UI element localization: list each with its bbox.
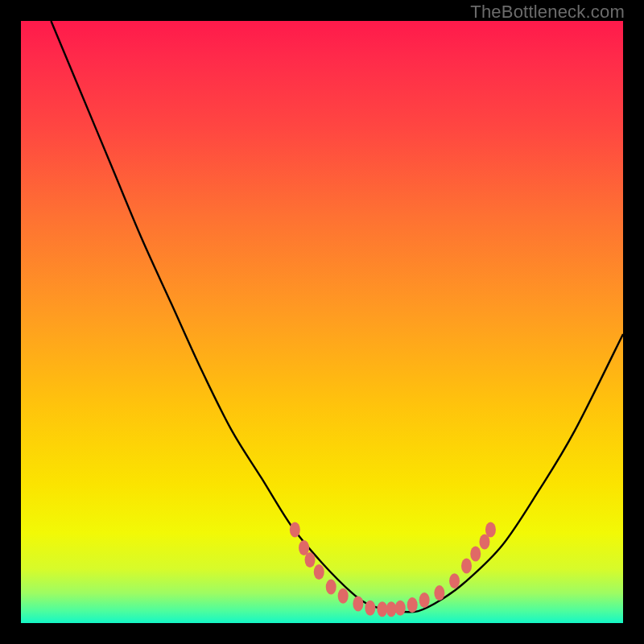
- data-dot: [326, 580, 336, 595]
- bottleneck-curve: [51, 21, 623, 612]
- data-dot: [395, 601, 406, 616]
- data-dot: [434, 585, 444, 601]
- data-dot: [449, 573, 460, 588]
- data-dot: [377, 601, 387, 617]
- data-dot: [290, 522, 300, 538]
- data-dot: [386, 601, 397, 617]
- curve-dots: [290, 522, 496, 617]
- data-dot: [485, 522, 496, 538]
- curve-svg: [21, 21, 623, 623]
- data-dot: [470, 546, 481, 561]
- plot-area: [21, 21, 623, 623]
- data-dot: [365, 601, 375, 616]
- chart-frame: TheBottleneck.com: [0, 0, 644, 644]
- data-dot: [419, 592, 430, 608]
- data-dot: [338, 588, 349, 604]
- data-dot: [305, 552, 316, 568]
- data-dot: [461, 558, 472, 573]
- data-dot: [353, 597, 363, 612]
- data-dot: [314, 564, 324, 580]
- data-dot: [407, 597, 418, 613]
- watermark-text: TheBottleneck.com: [470, 2, 625, 23]
